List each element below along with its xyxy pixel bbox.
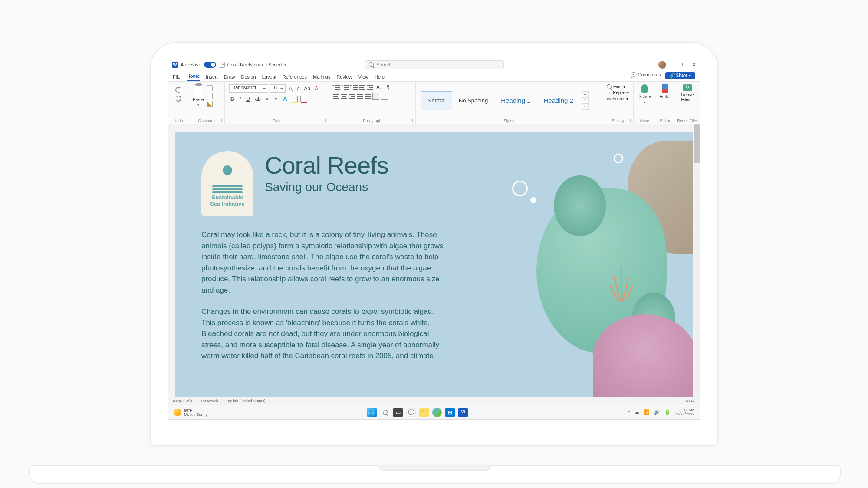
doc-name-dropdown-icon[interactable]: ▾ [284, 63, 286, 67]
temperature: 68°F [184, 408, 207, 412]
style-heading-2[interactable]: Heading 2 [537, 91, 580, 110]
find-button[interactable]: Find ▾ [607, 84, 629, 89]
scrollbar-thumb[interactable] [694, 124, 700, 163]
taskbar-weather[interactable]: 68°F Mostly Sunny [174, 408, 207, 417]
numbering-icon[interactable] [342, 85, 349, 90]
battery-icon[interactable]: 🔋 [664, 409, 671, 415]
font-size-select[interactable]: 11 [270, 84, 286, 93]
tab-design[interactable]: Design [241, 74, 256, 81]
align-center-icon[interactable] [341, 94, 347, 99]
editor-button[interactable]: Editor [658, 84, 672, 99]
highlight-color-icon[interactable] [291, 96, 298, 102]
borders-icon[interactable] [381, 93, 388, 100]
document-page[interactable]: Sustainable Sea Initiative Coral Reefs S… [175, 132, 693, 397]
redo-icon[interactable] [175, 96, 181, 102]
comments-button[interactable]: 💬 Comments [631, 72, 661, 79]
font-color-icon[interactable] [300, 96, 307, 102]
tab-file[interactable]: File [173, 74, 181, 81]
zoom-level[interactable]: 200% [685, 399, 695, 403]
task-view-icon[interactable]: ▭ [393, 408, 403, 417]
select-button[interactable]: ▭Select ▾ [607, 96, 629, 101]
minimize-button[interactable]: — [671, 62, 677, 68]
vertical-scrollbar[interactable] [694, 124, 700, 397]
language[interactable]: English (United States) [225, 399, 265, 403]
document-body[interactable]: Coral may look like a rock, but it is a … [201, 216, 444, 362]
shading-icon[interactable] [372, 93, 379, 100]
strike-button[interactable]: ab [254, 96, 262, 102]
align-right-icon[interactable] [349, 94, 355, 99]
change-case-icon[interactable]: Aa [303, 86, 312, 92]
font-name-select[interactable]: Bahnschrift [229, 84, 268, 93]
waves-icon [212, 185, 243, 194]
start-button[interactable] [367, 408, 377, 417]
justify-icon[interactable] [357, 94, 363, 99]
replace-button[interactable]: ↔Replace [607, 90, 629, 95]
styles-gallery-scroller[interactable]: ▴▾⌄ [582, 91, 589, 110]
file-explorer-icon[interactable]: 📁 [419, 408, 429, 417]
undo-icon[interactable] [175, 87, 181, 93]
italic-button[interactable]: I [238, 96, 242, 102]
copy-icon[interactable] [207, 93, 213, 99]
close-button[interactable]: ✕ [692, 62, 696, 68]
tab-view[interactable]: View [358, 74, 368, 81]
bullets-icon[interactable] [333, 85, 340, 90]
taskbar-search-icon[interactable] [380, 408, 390, 417]
tab-insert[interactable]: Insert [206, 74, 218, 81]
subscript-button[interactable]: x₂ [265, 97, 271, 101]
inc-indent-icon[interactable] [367, 85, 373, 90]
superscript-button[interactable]: x² [274, 97, 280, 101]
tab-layout[interactable]: Layout [262, 74, 276, 81]
underline-button[interactable]: U [245, 96, 251, 102]
onedrive-icon[interactable]: ☁ [635, 409, 639, 415]
word-count[interactable]: 374 Words [200, 399, 218, 403]
style-normal[interactable]: Normal [421, 91, 452, 110]
chat-icon[interactable]: 💬 [406, 408, 416, 417]
document-name[interactable]: Coral Reefs.docx • Saved [227, 62, 282, 67]
dictate-button[interactable]: Dictate▾ [636, 84, 653, 104]
volume-icon[interactable]: 🔊 [654, 409, 660, 415]
style-heading-1[interactable]: Heading 1 [494, 91, 537, 110]
format-painter-icon[interactable] [207, 101, 213, 107]
bold-button[interactable]: B [229, 96, 236, 102]
line-spacing-icon[interactable] [365, 94, 371, 99]
tab-review[interactable]: Review [336, 74, 352, 81]
grow-font-icon[interactable]: A [287, 86, 294, 92]
tab-home[interactable]: Home [187, 73, 200, 81]
paragraph-2[interactable]: Changes in the environment can cause cor… [201, 306, 444, 362]
reuse-files-button[interactable]: Reuse Files [680, 84, 696, 102]
shrink-font-icon[interactable]: A [296, 86, 301, 91]
document-canvas[interactable]: Sustainable Sea Initiative Coral Reefs S… [168, 124, 700, 397]
word-window: W AutoSave Coral Reefs.docx • Saved ▾ Se… [168, 59, 700, 420]
tab-draw[interactable]: Draw [224, 74, 235, 81]
share-button[interactable]: 🔗 Share ▾ [665, 72, 695, 79]
maximize-button[interactable]: ☐ [682, 62, 687, 68]
word-taskbar-icon[interactable]: W [458, 408, 468, 417]
store-icon[interactable]: ⊞ [445, 408, 455, 417]
page-count[interactable]: Page 1 of 1 [173, 399, 193, 403]
tray-chevron-icon[interactable]: ^ [628, 410, 630, 415]
collapse-ribbon-icon[interactable]: ⌄ [692, 116, 696, 122]
text-effects-icon[interactable]: A [282, 96, 288, 102]
show-marks-icon[interactable]: ¶ [385, 84, 391, 90]
editor-icon [662, 84, 668, 93]
paste-button[interactable]: Paste ▾ [193, 84, 204, 123]
tab-help[interactable]: Help [375, 74, 385, 81]
edge-icon[interactable] [432, 408, 442, 417]
taskbar-clock[interactable]: 11:11 AM 10/27/2022 [675, 408, 694, 417]
cut-icon[interactable] [207, 85, 213, 91]
style-no-spacing[interactable]: No Spacing [452, 91, 494, 110]
tab-references[interactable]: References [283, 74, 307, 81]
user-avatar[interactable] [658, 61, 666, 69]
tab-mailings[interactable]: Mailings [313, 74, 330, 81]
wifi-icon[interactable]: 📶 [644, 409, 650, 415]
paragraph-1[interactable]: Coral may look like a rock, but it is a … [201, 229, 444, 296]
dec-indent-icon[interactable] [359, 85, 365, 90]
search-box[interactable]: Search [365, 60, 504, 69]
group-paragraph: A↓ ¶ Paragraph [329, 82, 416, 124]
logo-text-2: Sea Initiative [210, 201, 244, 207]
align-left-icon[interactable] [333, 94, 339, 99]
clear-format-icon[interactable]: A [313, 86, 319, 92]
multilevel-icon[interactable] [351, 85, 358, 90]
sort-icon[interactable]: A↓ [375, 84, 384, 90]
autosave-toggle[interactable] [204, 62, 216, 68]
